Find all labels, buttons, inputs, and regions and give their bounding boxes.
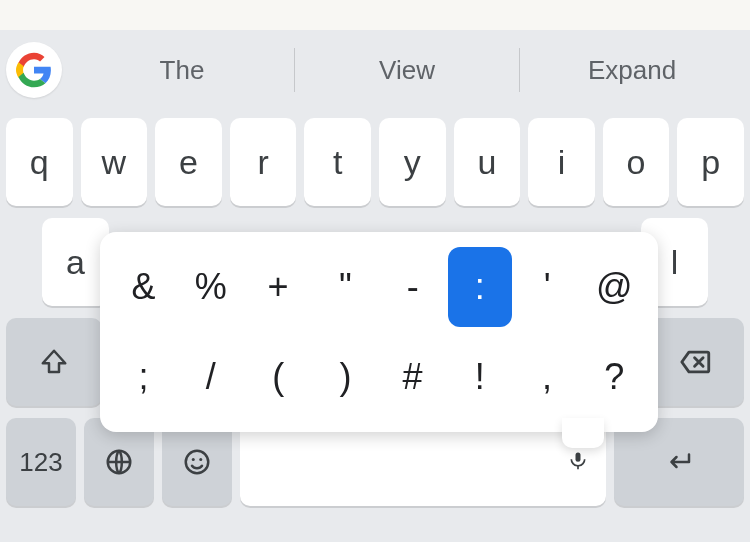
key-i[interactable]: i (528, 118, 595, 206)
longpress-symbol-popup: & % + " - : ' @ ; / ( ) # ! , ? (100, 232, 658, 432)
shift-icon (39, 347, 69, 377)
key-q[interactable]: q (6, 118, 73, 206)
key-y[interactable]: y (379, 118, 446, 206)
popup-key-comma[interactable]: , (516, 337, 579, 417)
symbols-key[interactable]: 123 (6, 418, 76, 506)
suggestion-list: The View Expand (70, 42, 744, 98)
key-e[interactable]: e (155, 118, 222, 206)
popup-key-bang[interactable]: ! (448, 337, 511, 417)
svg-point-2 (192, 458, 195, 461)
key-w[interactable]: w (81, 118, 148, 206)
suggestion-2[interactable]: View (295, 42, 519, 98)
popup-key-apostrophe[interactable]: ' (516, 247, 579, 327)
google-g-icon (16, 52, 52, 88)
key-a[interactable]: a (42, 218, 109, 306)
popup-key-doublequote[interactable]: " (314, 247, 377, 327)
popup-key-semicolon[interactable]: ; (112, 337, 175, 417)
popup-key-colon-selected[interactable]: : (448, 247, 511, 327)
popup-row-1: & % + " - : ' @ (112, 247, 646, 327)
keyboard: q w e r t y u i o p a l 123 (0, 110, 750, 542)
suggestion-3[interactable]: Expand (520, 42, 744, 98)
suggestion-1[interactable]: The (70, 42, 294, 98)
key-row-1: q w e r t y u i o p (6, 118, 744, 206)
google-logo-button[interactable] (6, 42, 62, 98)
popup-key-slash[interactable]: / (179, 337, 242, 417)
globe-icon (104, 447, 134, 477)
shift-key[interactable] (6, 318, 102, 406)
backspace-key[interactable] (648, 318, 744, 406)
popup-key-hyphen[interactable]: - (381, 247, 444, 327)
popup-key-plus[interactable]: + (247, 247, 310, 327)
emoji-icon (182, 447, 212, 477)
popup-key-rparen[interactable]: ) (314, 337, 377, 417)
key-o[interactable]: o (603, 118, 670, 206)
popup-key-at[interactable]: @ (583, 247, 646, 327)
backspace-icon (679, 345, 713, 379)
key-t[interactable]: t (304, 118, 371, 206)
popup-key-percent[interactable]: % (179, 247, 242, 327)
popup-row-2: ; / ( ) # ! , ? (112, 337, 646, 417)
key-u[interactable]: u (454, 118, 521, 206)
popup-key-hash[interactable]: # (381, 337, 444, 417)
svg-point-1 (186, 451, 209, 474)
suggestion-bar: The View Expand (0, 30, 750, 110)
enter-icon (659, 447, 699, 477)
key-p[interactable]: p (677, 118, 744, 206)
mic-icon[interactable] (568, 447, 588, 477)
app-content-strip (0, 0, 750, 30)
svg-point-3 (199, 458, 202, 461)
key-r[interactable]: r (230, 118, 297, 206)
popup-key-question[interactable]: ? (583, 337, 646, 417)
popup-key-lparen[interactable]: ( (247, 337, 310, 417)
popup-key-ampersand[interactable]: & (112, 247, 175, 327)
